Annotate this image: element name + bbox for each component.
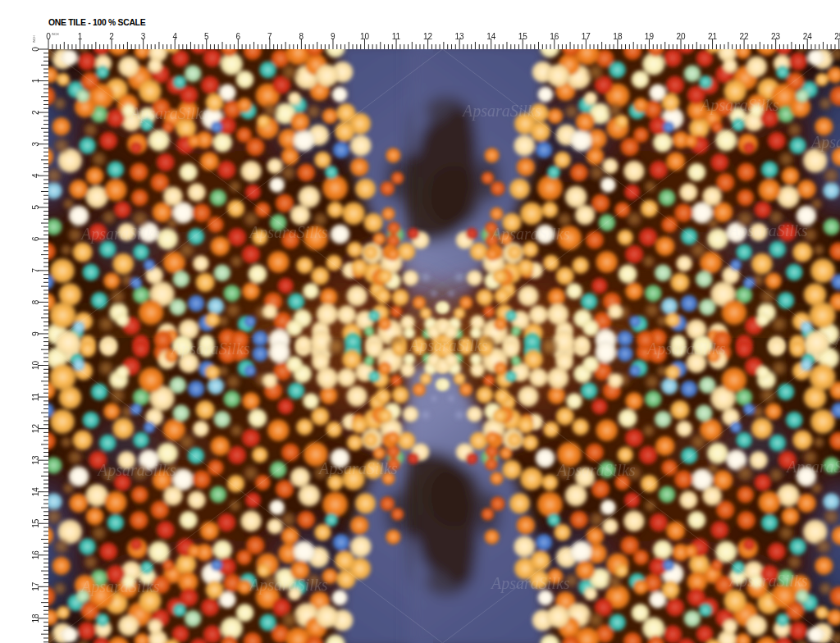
- svg-text:22: 22: [740, 32, 750, 41]
- svg-text:18: 18: [613, 32, 623, 41]
- svg-text:6: 6: [236, 32, 241, 41]
- svg-text:6: 6: [31, 236, 40, 241]
- svg-text:4: 4: [172, 32, 177, 41]
- svg-text:0: 0: [31, 47, 40, 52]
- svg-text:25: 25: [834, 32, 840, 41]
- svg-text:9: 9: [331, 32, 336, 41]
- svg-text:17: 17: [31, 581, 40, 591]
- svg-text:16: 16: [550, 32, 559, 41]
- svg-text:20: 20: [676, 32, 686, 41]
- svg-text:4: 4: [31, 173, 40, 178]
- svg-text:8: 8: [31, 299, 40, 304]
- svg-text:9: 9: [31, 331, 40, 336]
- svg-text:14: 14: [486, 32, 496, 41]
- svg-text:7: 7: [31, 268, 40, 273]
- svg-text:18: 18: [31, 613, 40, 623]
- svg-text:3: 3: [31, 141, 40, 146]
- svg-text:10: 10: [31, 361, 40, 371]
- svg-text:11: 11: [31, 392, 40, 401]
- svg-text:19: 19: [645, 32, 655, 41]
- svg-text:5: 5: [204, 32, 209, 41]
- svg-text:INCH: INCH: [52, 33, 59, 36]
- svg-text:2: 2: [31, 110, 40, 115]
- svg-text:12: 12: [31, 424, 40, 434]
- svg-text:1: 1: [31, 78, 40, 83]
- svg-text:2: 2: [109, 32, 114, 41]
- svg-text:14: 14: [31, 487, 40, 497]
- svg-text:7: 7: [267, 32, 272, 41]
- svg-text:INCH: INCH: [33, 35, 36, 43]
- svg-text:5: 5: [31, 205, 40, 210]
- svg-text:16: 16: [31, 550, 40, 560]
- svg-text:13: 13: [455, 32, 465, 41]
- svg-text:11: 11: [392, 32, 401, 41]
- svg-text:15: 15: [31, 518, 40, 528]
- svg-text:23: 23: [771, 32, 781, 41]
- svg-text:21: 21: [708, 32, 718, 41]
- svg-text:8: 8: [299, 32, 304, 41]
- svg-text:15: 15: [518, 32, 528, 41]
- svg-text:0: 0: [46, 32, 51, 41]
- svg-text:13: 13: [31, 455, 40, 465]
- svg-text:3: 3: [141, 32, 146, 41]
- svg-text:17: 17: [582, 32, 591, 41]
- svg-text:10: 10: [360, 32, 370, 41]
- svg-text:1: 1: [78, 32, 83, 41]
- svg-text:12: 12: [423, 32, 433, 41]
- svg-text:24: 24: [803, 32, 813, 41]
